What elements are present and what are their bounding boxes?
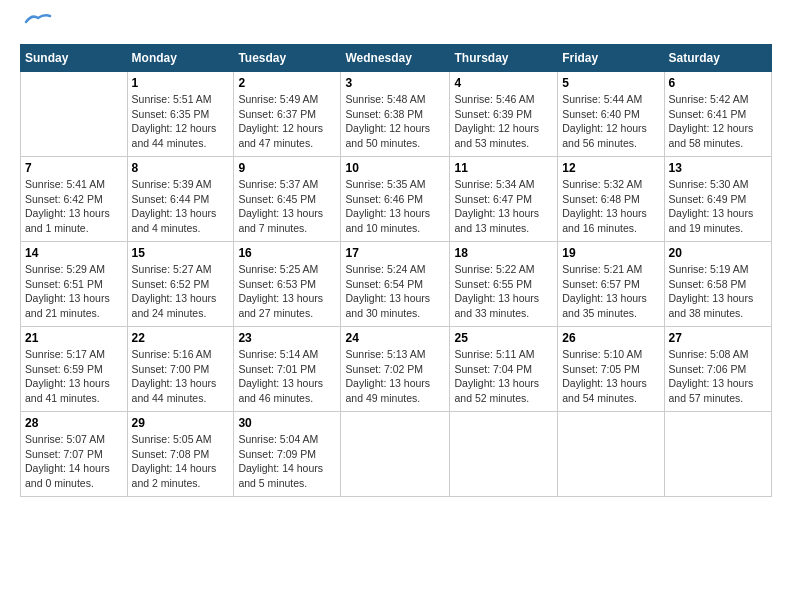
day-number: 23 bbox=[238, 331, 336, 345]
calendar-cell: 28Sunrise: 5:07 AM Sunset: 7:07 PM Dayli… bbox=[21, 412, 128, 497]
calendar-cell: 25Sunrise: 5:11 AM Sunset: 7:04 PM Dayli… bbox=[450, 327, 558, 412]
calendar-cell: 10Sunrise: 5:35 AM Sunset: 6:46 PM Dayli… bbox=[341, 157, 450, 242]
day-info: Sunrise: 5:41 AM Sunset: 6:42 PM Dayligh… bbox=[25, 177, 123, 236]
day-number: 8 bbox=[132, 161, 230, 175]
calendar-cell: 8Sunrise: 5:39 AM Sunset: 6:44 PM Daylig… bbox=[127, 157, 234, 242]
day-number: 6 bbox=[669, 76, 767, 90]
calendar-cell: 22Sunrise: 5:16 AM Sunset: 7:00 PM Dayli… bbox=[127, 327, 234, 412]
calendar-cell bbox=[664, 412, 771, 497]
calendar-table: SundayMondayTuesdayWednesdayThursdayFrid… bbox=[20, 44, 772, 497]
day-info: Sunrise: 5:13 AM Sunset: 7:02 PM Dayligh… bbox=[345, 347, 445, 406]
calendar-cell: 24Sunrise: 5:13 AM Sunset: 7:02 PM Dayli… bbox=[341, 327, 450, 412]
day-info: Sunrise: 5:46 AM Sunset: 6:39 PM Dayligh… bbox=[454, 92, 553, 151]
calendar-header-row: SundayMondayTuesdayWednesdayThursdayFrid… bbox=[21, 45, 772, 72]
day-number: 26 bbox=[562, 331, 659, 345]
calendar-cell: 18Sunrise: 5:22 AM Sunset: 6:55 PM Dayli… bbox=[450, 242, 558, 327]
day-number: 1 bbox=[132, 76, 230, 90]
week-row-1: 1Sunrise: 5:51 AM Sunset: 6:35 PM Daylig… bbox=[21, 72, 772, 157]
calendar-cell: 2Sunrise: 5:49 AM Sunset: 6:37 PM Daylig… bbox=[234, 72, 341, 157]
column-header-friday: Friday bbox=[558, 45, 664, 72]
day-info: Sunrise: 5:22 AM Sunset: 6:55 PM Dayligh… bbox=[454, 262, 553, 321]
day-info: Sunrise: 5:07 AM Sunset: 7:07 PM Dayligh… bbox=[25, 432, 123, 491]
day-number: 28 bbox=[25, 416, 123, 430]
day-info: Sunrise: 5:04 AM Sunset: 7:09 PM Dayligh… bbox=[238, 432, 336, 491]
calendar-cell: 15Sunrise: 5:27 AM Sunset: 6:52 PM Dayli… bbox=[127, 242, 234, 327]
calendar-cell: 13Sunrise: 5:30 AM Sunset: 6:49 PM Dayli… bbox=[664, 157, 771, 242]
calendar-cell: 20Sunrise: 5:19 AM Sunset: 6:58 PM Dayli… bbox=[664, 242, 771, 327]
calendar-cell: 19Sunrise: 5:21 AM Sunset: 6:57 PM Dayli… bbox=[558, 242, 664, 327]
calendar-cell: 9Sunrise: 5:37 AM Sunset: 6:45 PM Daylig… bbox=[234, 157, 341, 242]
day-number: 16 bbox=[238, 246, 336, 260]
calendar-cell: 29Sunrise: 5:05 AM Sunset: 7:08 PM Dayli… bbox=[127, 412, 234, 497]
day-number: 29 bbox=[132, 416, 230, 430]
day-info: Sunrise: 5:19 AM Sunset: 6:58 PM Dayligh… bbox=[669, 262, 767, 321]
calendar-cell: 27Sunrise: 5:08 AM Sunset: 7:06 PM Dayli… bbox=[664, 327, 771, 412]
day-number: 11 bbox=[454, 161, 553, 175]
day-number: 21 bbox=[25, 331, 123, 345]
day-number: 17 bbox=[345, 246, 445, 260]
logo bbox=[20, 20, 52, 34]
day-info: Sunrise: 5:48 AM Sunset: 6:38 PM Dayligh… bbox=[345, 92, 445, 151]
day-number: 19 bbox=[562, 246, 659, 260]
day-info: Sunrise: 5:08 AM Sunset: 7:06 PM Dayligh… bbox=[669, 347, 767, 406]
calendar-cell bbox=[21, 72, 128, 157]
week-row-2: 7Sunrise: 5:41 AM Sunset: 6:42 PM Daylig… bbox=[21, 157, 772, 242]
day-info: Sunrise: 5:17 AM Sunset: 6:59 PM Dayligh… bbox=[25, 347, 123, 406]
logo-bird-icon bbox=[24, 12, 52, 34]
day-number: 9 bbox=[238, 161, 336, 175]
day-number: 7 bbox=[25, 161, 123, 175]
week-row-5: 28Sunrise: 5:07 AM Sunset: 7:07 PM Dayli… bbox=[21, 412, 772, 497]
day-number: 20 bbox=[669, 246, 767, 260]
calendar-cell: 5Sunrise: 5:44 AM Sunset: 6:40 PM Daylig… bbox=[558, 72, 664, 157]
day-info: Sunrise: 5:11 AM Sunset: 7:04 PM Dayligh… bbox=[454, 347, 553, 406]
day-info: Sunrise: 5:24 AM Sunset: 6:54 PM Dayligh… bbox=[345, 262, 445, 321]
calendar-cell: 26Sunrise: 5:10 AM Sunset: 7:05 PM Dayli… bbox=[558, 327, 664, 412]
day-info: Sunrise: 5:14 AM Sunset: 7:01 PM Dayligh… bbox=[238, 347, 336, 406]
day-number: 2 bbox=[238, 76, 336, 90]
day-number: 18 bbox=[454, 246, 553, 260]
column-header-wednesday: Wednesday bbox=[341, 45, 450, 72]
calendar-cell: 30Sunrise: 5:04 AM Sunset: 7:09 PM Dayli… bbox=[234, 412, 341, 497]
day-number: 14 bbox=[25, 246, 123, 260]
day-info: Sunrise: 5:35 AM Sunset: 6:46 PM Dayligh… bbox=[345, 177, 445, 236]
day-info: Sunrise: 5:29 AM Sunset: 6:51 PM Dayligh… bbox=[25, 262, 123, 321]
calendar-cell bbox=[341, 412, 450, 497]
day-info: Sunrise: 5:27 AM Sunset: 6:52 PM Dayligh… bbox=[132, 262, 230, 321]
column-header-tuesday: Tuesday bbox=[234, 45, 341, 72]
day-info: Sunrise: 5:39 AM Sunset: 6:44 PM Dayligh… bbox=[132, 177, 230, 236]
day-number: 5 bbox=[562, 76, 659, 90]
column-header-saturday: Saturday bbox=[664, 45, 771, 72]
calendar-cell: 11Sunrise: 5:34 AM Sunset: 6:47 PM Dayli… bbox=[450, 157, 558, 242]
calendar-cell: 1Sunrise: 5:51 AM Sunset: 6:35 PM Daylig… bbox=[127, 72, 234, 157]
calendar-cell bbox=[558, 412, 664, 497]
day-info: Sunrise: 5:16 AM Sunset: 7:00 PM Dayligh… bbox=[132, 347, 230, 406]
calendar-cell: 23Sunrise: 5:14 AM Sunset: 7:01 PM Dayli… bbox=[234, 327, 341, 412]
day-number: 22 bbox=[132, 331, 230, 345]
week-row-4: 21Sunrise: 5:17 AM Sunset: 6:59 PM Dayli… bbox=[21, 327, 772, 412]
calendar-cell: 3Sunrise: 5:48 AM Sunset: 6:38 PM Daylig… bbox=[341, 72, 450, 157]
day-info: Sunrise: 5:10 AM Sunset: 7:05 PM Dayligh… bbox=[562, 347, 659, 406]
day-info: Sunrise: 5:34 AM Sunset: 6:47 PM Dayligh… bbox=[454, 177, 553, 236]
day-info: Sunrise: 5:49 AM Sunset: 6:37 PM Dayligh… bbox=[238, 92, 336, 151]
day-info: Sunrise: 5:44 AM Sunset: 6:40 PM Dayligh… bbox=[562, 92, 659, 151]
calendar-cell: 17Sunrise: 5:24 AM Sunset: 6:54 PM Dayli… bbox=[341, 242, 450, 327]
day-number: 25 bbox=[454, 331, 553, 345]
column-header-sunday: Sunday bbox=[21, 45, 128, 72]
calendar-cell: 14Sunrise: 5:29 AM Sunset: 6:51 PM Dayli… bbox=[21, 242, 128, 327]
day-number: 4 bbox=[454, 76, 553, 90]
calendar-cell bbox=[450, 412, 558, 497]
calendar-cell: 16Sunrise: 5:25 AM Sunset: 6:53 PM Dayli… bbox=[234, 242, 341, 327]
day-number: 30 bbox=[238, 416, 336, 430]
day-info: Sunrise: 5:42 AM Sunset: 6:41 PM Dayligh… bbox=[669, 92, 767, 151]
calendar-cell: 12Sunrise: 5:32 AM Sunset: 6:48 PM Dayli… bbox=[558, 157, 664, 242]
calendar-cell: 21Sunrise: 5:17 AM Sunset: 6:59 PM Dayli… bbox=[21, 327, 128, 412]
day-number: 13 bbox=[669, 161, 767, 175]
day-info: Sunrise: 5:51 AM Sunset: 6:35 PM Dayligh… bbox=[132, 92, 230, 151]
day-info: Sunrise: 5:32 AM Sunset: 6:48 PM Dayligh… bbox=[562, 177, 659, 236]
calendar-cell: 6Sunrise: 5:42 AM Sunset: 6:41 PM Daylig… bbox=[664, 72, 771, 157]
day-number: 3 bbox=[345, 76, 445, 90]
calendar-cell: 4Sunrise: 5:46 AM Sunset: 6:39 PM Daylig… bbox=[450, 72, 558, 157]
day-info: Sunrise: 5:05 AM Sunset: 7:08 PM Dayligh… bbox=[132, 432, 230, 491]
day-number: 24 bbox=[345, 331, 445, 345]
day-info: Sunrise: 5:30 AM Sunset: 6:49 PM Dayligh… bbox=[669, 177, 767, 236]
